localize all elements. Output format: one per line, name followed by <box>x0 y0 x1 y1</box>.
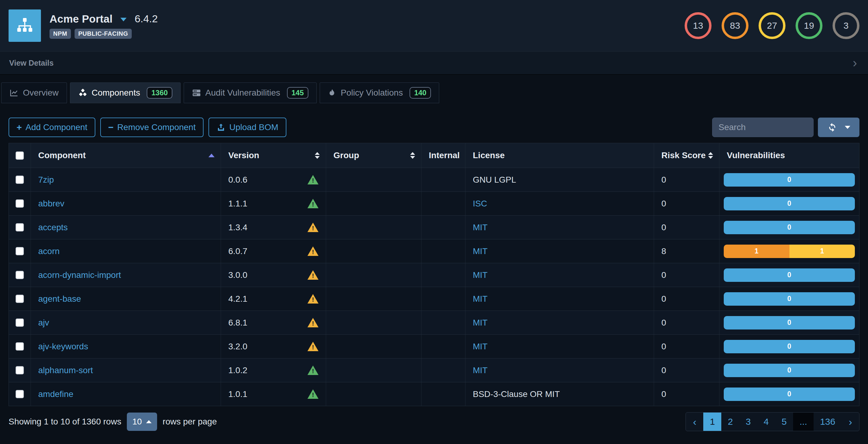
component-cell: acorn <box>31 239 221 263</box>
component-link[interactable]: ajv <box>38 318 49 328</box>
license-text[interactable]: MIT <box>473 366 488 375</box>
version-text: 6.8.1 <box>228 318 247 328</box>
risk-score-cell: 0 <box>654 311 719 334</box>
chevron-up-icon <box>146 420 152 423</box>
sort-asc-icon <box>209 153 215 157</box>
internal-cell <box>422 263 465 287</box>
warning-triangle-icon <box>307 342 318 351</box>
risk-score-cell: 0 <box>654 335 719 358</box>
license-text[interactable]: MIT <box>473 223 488 232</box>
row-checkbox[interactable] <box>16 176 24 184</box>
row-checkbox[interactable] <box>16 318 24 327</box>
select-all-checkbox[interactable] <box>16 151 24 160</box>
version-text: 1.1.1 <box>228 199 247 209</box>
pagination-page[interactable]: 1 <box>703 413 721 431</box>
pagination-prev[interactable]: ‹ <box>686 413 703 431</box>
table-row: ajv 6.8.1 MIT 0 0 <box>9 311 859 334</box>
column-header-risk-score[interactable]: Risk Score <box>654 143 719 168</box>
pagination-page[interactable]: 4 <box>757 413 775 431</box>
tab-audit-vulnerabilities[interactable]: Audit Vulnerabilities 145 <box>184 82 317 103</box>
row-checkbox[interactable] <box>16 223 24 232</box>
version-cell: 3.0.0 <box>221 263 326 287</box>
version-cell: 4.2.1 <box>221 287 326 311</box>
license-cell: MIT <box>465 335 654 358</box>
column-header-group[interactable]: Group <box>326 143 422 168</box>
component-link[interactable]: alphanum-sort <box>38 366 93 375</box>
refresh-button[interactable] <box>818 117 860 137</box>
column-header-component[interactable]: Component <box>31 143 221 168</box>
vulnerabilities-cell: 11 <box>719 239 859 263</box>
component-link[interactable]: accepts <box>38 223 68 232</box>
version-cell: 6.8.1 <box>221 311 326 334</box>
page-size-dropdown[interactable]: 10 <box>127 413 157 431</box>
component-link[interactable]: acorn-dynamic-import <box>38 270 121 280</box>
remove-component-button[interactable]: − Remove Component <box>100 117 204 137</box>
plus-icon: + <box>17 122 22 133</box>
chevron-down-icon <box>845 126 850 129</box>
internal-cell <box>422 192 465 215</box>
view-details-bar[interactable]: View Details › <box>0 51 868 75</box>
license-text[interactable]: MIT <box>473 342 488 351</box>
tab-components[interactable]: Components 1360 <box>70 82 181 103</box>
sitemap-icon <box>16 16 34 35</box>
tab-overview[interactable]: Overview <box>1 82 67 103</box>
row-checkbox[interactable] <box>16 342 24 350</box>
row-checkbox-cell <box>9 168 31 192</box>
pagination-page[interactable]: 136 <box>814 413 842 431</box>
tab-count-badge: 145 <box>287 87 308 99</box>
component-link[interactable]: ajv-keywords <box>38 342 88 351</box>
row-checkbox[interactable] <box>16 390 24 398</box>
row-checkbox[interactable] <box>16 199 24 208</box>
row-checkbox-cell <box>9 382 31 406</box>
metric-rings: 138327193 <box>685 12 860 39</box>
license-text[interactable]: ISC <box>473 199 487 209</box>
vulnerabilities-cell: 0 <box>719 358 859 382</box>
license-text[interactable]: MIT <box>473 294 488 304</box>
row-checkbox[interactable] <box>16 366 24 374</box>
upload-icon <box>216 123 225 132</box>
risk-score-cell: 0 <box>654 263 719 287</box>
pagination-page[interactable]: 2 <box>721 413 739 431</box>
version-cell: 6.0.7 <box>221 239 326 263</box>
license-cell: ISC <box>465 192 654 215</box>
pagination-page[interactable]: 3 <box>739 413 757 431</box>
component-cell: amdefine <box>31 382 221 406</box>
row-checkbox[interactable] <box>16 271 24 279</box>
license-text[interactable]: MIT <box>473 246 488 256</box>
component-cell: alphanum-sort <box>31 358 221 382</box>
version-text: 1.0.2 <box>228 366 247 375</box>
rows-per-page-label: rows per page <box>163 417 217 426</box>
column-header-version[interactable]: Version <box>221 143 326 168</box>
vulnerabilities-bar: 11 <box>724 245 855 258</box>
license-text[interactable]: MIT <box>473 270 488 280</box>
component-cell: ajv-keywords <box>31 335 221 358</box>
component-link[interactable]: abbrev <box>38 199 64 209</box>
chevron-down-icon[interactable] <box>120 18 127 22</box>
upload-bom-button[interactable]: Upload BOM <box>209 117 286 137</box>
risk-score-value: 0 <box>661 270 666 280</box>
tab-label: Overview <box>23 88 59 98</box>
tab-policy-violations[interactable]: Policy Violations 140 <box>320 82 439 103</box>
component-link[interactable]: 7zip <box>38 175 54 185</box>
search-input[interactable] <box>712 117 814 137</box>
component-link[interactable]: acorn <box>38 246 60 256</box>
component-link[interactable]: agent-base <box>38 294 81 304</box>
row-checkbox[interactable] <box>16 295 24 303</box>
pagination-next[interactable]: › <box>842 413 859 431</box>
vulnerabilities-cell: 0 <box>719 311 859 334</box>
license-text[interactable]: MIT <box>473 318 488 328</box>
warning-triangle-icon <box>307 318 318 327</box>
warning-triangle-icon <box>307 175 318 184</box>
pagination-page[interactable]: 5 <box>775 413 793 431</box>
tab-label: Components <box>92 88 140 98</box>
row-checkbox-cell <box>9 192 31 215</box>
view-details-label: View Details <box>9 59 54 67</box>
version-cell: 1.3.4 <box>221 215 326 239</box>
component-link[interactable]: amdefine <box>38 389 73 399</box>
component-cell: abbrev <box>31 192 221 215</box>
project-title[interactable]: Acme Portal <box>50 13 113 25</box>
add-component-button[interactable]: + Add Component <box>8 117 95 137</box>
vulnerability-segment: 0 <box>724 292 855 306</box>
row-checkbox[interactable] <box>16 247 24 255</box>
row-checkbox-cell <box>9 263 31 287</box>
